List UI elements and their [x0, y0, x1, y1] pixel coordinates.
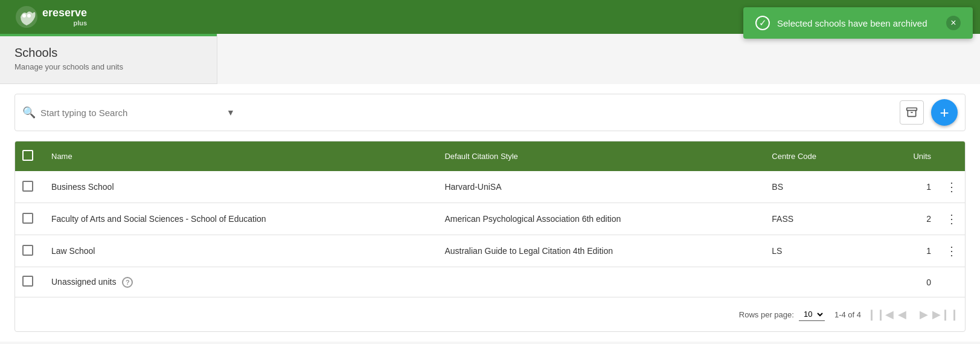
rows-per-page: Rows per page: 10 25 50: [739, 308, 825, 321]
pagination: Rows per page: 10 25 50 1-4 of 4 ❙❙◀ ◀ ▶…: [15, 297, 965, 331]
column-actions: [938, 141, 965, 171]
svg-point-2: [27, 14, 31, 18]
next-page-button[interactable]: ▶: [914, 305, 934, 324]
search-bar: 🔍 ▼: [22, 106, 900, 119]
page-title: Schools: [14, 46, 202, 60]
rows-per-page-label: Rows per page:: [739, 310, 794, 319]
last-page-button[interactable]: ▶❙❙: [936, 305, 955, 324]
rows-per-page-select[interactable]: 10 25 50: [799, 308, 825, 321]
row-checkbox[interactable]: [22, 181, 33, 192]
search-input[interactable]: [40, 108, 222, 118]
help-icon[interactable]: ?: [122, 277, 133, 288]
toast-check-icon: ✓: [755, 16, 770, 30]
more-icon[interactable]: ⋮: [946, 244, 958, 258]
column-name: Name: [44, 141, 437, 171]
search-container: 🔍 ▼ +: [14, 94, 966, 131]
citation-style: American Psychological Association 6th e…: [437, 203, 764, 235]
citation-style: Australian Guide to Legal Citation 4th E…: [437, 235, 764, 267]
centre-code: LS: [764, 235, 866, 267]
select-all-checkbox[interactable]: [22, 150, 33, 161]
row-checkbox[interactable]: [22, 276, 33, 287]
more-icon[interactable]: ⋮: [946, 212, 958, 226]
main-content: 🔍 ▼ + Name Def: [0, 84, 980, 342]
header-checkbox-cell[interactable]: [15, 141, 44, 171]
units-count: 1: [866, 171, 938, 203]
units-count: 1: [866, 235, 938, 267]
pagination-range: 1-4 of 4: [834, 310, 861, 319]
prev-page-button[interactable]: ◀: [892, 305, 912, 324]
row-checkbox[interactable]: [22, 245, 33, 256]
table-row: Business School Harvard-UniSA BS 1 ⋮: [15, 171, 965, 203]
school-name: Faculty of Arts and Social Sciences - Sc…: [44, 203, 437, 235]
row-more-actions[interactable]: ⋮: [938, 235, 965, 267]
toast-close-button[interactable]: ×: [946, 16, 961, 30]
logo: ereserve plus: [14, 5, 87, 29]
citation-style: [437, 267, 764, 297]
row-more-actions: [938, 267, 965, 297]
row-more-actions[interactable]: ⋮: [938, 203, 965, 235]
table-row: Faculty of Arts and Social Sciences - Sc…: [15, 203, 965, 235]
column-citation-style: Default Citation Style: [437, 141, 764, 171]
row-more-actions[interactable]: ⋮: [938, 171, 965, 203]
add-school-button[interactable]: +: [931, 99, 958, 126]
schools-table: Name Default Citation Style Centre Code …: [14, 141, 966, 332]
centre-code: FASS: [764, 203, 866, 235]
toast-notification: ✓ Selected schools have been archived ×: [743, 7, 973, 39]
search-icon: 🔍: [22, 106, 36, 119]
first-page-button[interactable]: ❙❙◀: [871, 305, 890, 324]
row-checkbox-cell[interactable]: [15, 267, 44, 297]
centre-code: BS: [764, 171, 866, 203]
sidebar-header: Schools Manage your schools and units: [0, 34, 217, 84]
page-layout: Schools Manage your schools and units: [0, 34, 980, 84]
row-checkbox-cell[interactable]: [15, 171, 44, 203]
column-units: Units: [866, 141, 938, 171]
school-name: Unassigned units ?: [44, 267, 437, 297]
page-subtitle: Manage your schools and units: [14, 62, 202, 71]
pagination-nav: ❙❙◀ ◀ ▶ ▶❙❙: [871, 305, 955, 324]
archive-icon: [906, 106, 918, 118]
centre-code: [764, 267, 866, 297]
row-checkbox-cell[interactable]: [15, 235, 44, 267]
row-checkbox-cell[interactable]: [15, 203, 44, 235]
archive-button[interactable]: [900, 100, 924, 125]
table-row-unassigned: Unassigned units ? 0: [15, 267, 965, 297]
citation-style: Harvard-UniSA: [437, 171, 764, 203]
units-count: 0: [866, 267, 938, 297]
table-header-row: Name Default Citation Style Centre Code …: [15, 141, 965, 171]
school-name: Business School: [44, 171, 437, 203]
more-icon[interactable]: ⋮: [946, 180, 958, 193]
svg-point-1: [22, 14, 26, 18]
column-centre-code: Centre Code: [764, 141, 866, 171]
school-name: Law School: [44, 235, 437, 267]
svg-rect-3: [907, 108, 917, 111]
logo-icon: [14, 5, 39, 29]
row-checkbox[interactable]: [22, 213, 33, 224]
toast-message: Selected schools have been archived: [777, 18, 927, 28]
unassigned-label: Unassigned units: [51, 277, 116, 287]
table-row: Law School Australian Guide to Legal Cit…: [15, 235, 965, 267]
search-dropdown-icon[interactable]: ▼: [226, 108, 235, 117]
search-actions: +: [900, 99, 958, 126]
units-count: 2: [866, 203, 938, 235]
